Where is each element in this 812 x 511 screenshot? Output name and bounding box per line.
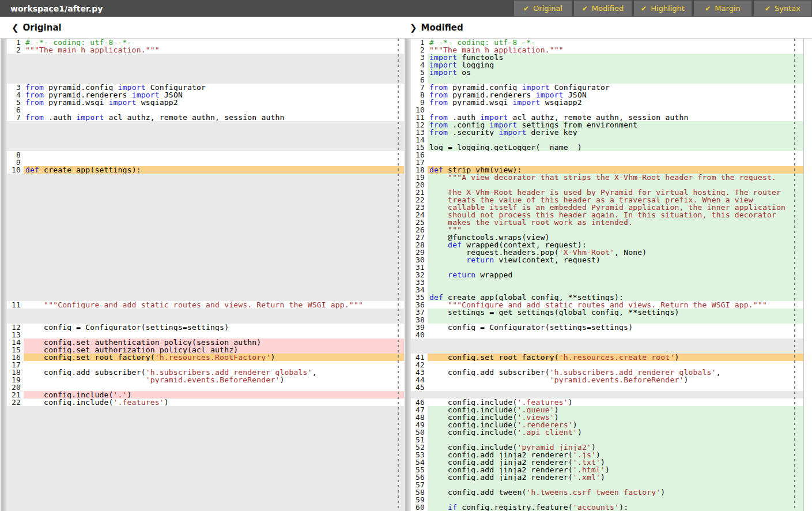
code-line[interactable]: 56 config.add_jinja2_renderer('.xml') <box>411 474 803 481</box>
code-line[interactable]: 43 config.add_subscriber('h.subscribers.… <box>411 369 803 376</box>
code-line[interactable]: 1# -*- coding: utf-8 -*- <box>7 39 404 46</box>
code-line[interactable]: 42 <box>411 361 803 369</box>
code-line[interactable]: 14 <box>411 136 803 144</box>
change-map-strip <box>0 39 7 511</box>
code-line[interactable]: 33 <box>411 279 803 286</box>
code-line[interactable]: 46 config.include('.features') <box>411 399 803 406</box>
toggle-syntax-button[interactable]: ✔Syntax <box>754 1 811 16</box>
code-line[interactable]: 4import logging <box>411 61 803 69</box>
code-line[interactable]: 11 """Configure and add static routes an… <box>7 301 404 309</box>
code-line[interactable]: 19 'pyramid.events.BeforeRender') <box>7 376 404 384</box>
alignment-gap <box>7 406 404 511</box>
code-line[interactable]: 1# -*- coding: utf-8 -*- <box>411 39 803 46</box>
toggle-margin-button[interactable]: ✔Margin <box>694 1 751 16</box>
code-line[interactable]: 37 settings = get_settings(global_config… <box>411 309 803 316</box>
code-line[interactable]: 9 <box>7 159 404 166</box>
code-line[interactable]: 27 @functools.wraps(view) <box>411 234 803 241</box>
code-line[interactable]: 55 config.add_jinja2_renderer('.html') <box>411 466 803 474</box>
code-line[interactable]: 50 config.include('.api_client') <box>411 429 803 436</box>
code-line[interactable]: 25 makes the virtual root work as intend… <box>411 219 803 226</box>
code-line[interactable]: 13 <box>7 331 404 339</box>
code-line[interactable]: 22 treats the value of this header as a … <box>411 196 803 204</box>
code-line[interactable]: 15 config.set_authorization_policy(acl_a… <box>7 346 404 354</box>
code-line[interactable]: 3import functools <box>411 54 803 61</box>
code-line[interactable]: 44 'pyramid.events.BeforeRender') <box>411 376 803 384</box>
code-line[interactable]: 10def create_app(settings): <box>7 166 404 174</box>
code-line[interactable]: 21 The X-Vhm-Root header is used by Pyra… <box>411 189 803 196</box>
check-icon: ✔ <box>705 5 711 13</box>
code-line[interactable]: 20 <box>7 384 404 391</box>
check-icon: ✔ <box>523 5 529 13</box>
code-line[interactable]: 2"""The main h application.""" <box>411 46 803 54</box>
code-line[interactable]: 3from pyramid.config import Configurator <box>7 84 404 91</box>
code-line[interactable]: 59 <box>411 496 803 504</box>
code-line[interactable]: 20 <box>411 181 803 189</box>
code-line[interactable]: 11from .auth import acl_authz, remote_au… <box>411 114 803 121</box>
code-line[interactable]: 19 """A view decorator that strips the X… <box>411 174 803 181</box>
code-line[interactable]: 54 config.add_jinja2_renderer('.txt') <box>411 459 803 466</box>
code-line[interactable]: 57 <box>411 481 803 489</box>
code-line[interactable]: 24 should not process this header again.… <box>411 211 803 219</box>
code-line[interactable]: 52 config.include('pyramid_jinja2') <box>411 444 803 451</box>
code-line[interactable]: 10 <box>411 106 803 114</box>
code-line[interactable]: 41 config.set_root_factory('h.resources.… <box>411 354 803 361</box>
code-line[interactable]: 17 <box>7 361 404 369</box>
code-line[interactable]: 30 return view(context, request) <box>411 256 803 264</box>
code-line[interactable]: 16 config.set_root_factory('h.resources.… <box>7 354 404 361</box>
code-line[interactable]: 16 <box>411 151 803 159</box>
code-line[interactable]: 23 callable itself is an embedded Pyrami… <box>411 204 803 211</box>
alignment-gap <box>411 339 803 354</box>
code-line[interactable]: 17 <box>411 159 803 166</box>
code-line[interactable]: 12from .config import settings_from_envi… <box>411 121 803 129</box>
code-line[interactable]: 28 def wrapped(context, request): <box>411 241 803 249</box>
code-line[interactable]: 21 config.include('.') <box>7 391 404 399</box>
toggle-original-button[interactable]: ✔Original <box>514 1 572 16</box>
code-line[interactable]: 6 <box>411 76 803 84</box>
code-line[interactable]: 40 <box>411 331 803 339</box>
code-line[interactable]: 14 config.set_authentication_policy(sess… <box>7 339 404 346</box>
code-line[interactable]: 13from .security import derive_key <box>411 129 803 136</box>
toggle-highlight-button[interactable]: ✔Highlight <box>634 1 692 16</box>
line-text: config.add_jinja2_renderer('.html') <box>428 466 803 474</box>
code-line[interactable]: 60 if config.registry.feature('accounts'… <box>411 504 803 511</box>
code-line[interactable]: 39 config = Configurator(settings=settin… <box>411 324 803 331</box>
code-rows: 1# -*- coding: utf-8 -*-2"""The main h a… <box>7 39 404 511</box>
code-line[interactable]: 9from pyramid.wsgi import wsgiapp2 <box>411 99 803 106</box>
code-line[interactable]: 5import os <box>411 69 803 76</box>
code-line[interactable]: 32 return wrapped <box>411 271 803 279</box>
code-line[interactable]: 22 config.include('.features') <box>7 399 404 406</box>
code-line[interactable]: 53 config.add_jinja2_renderer('.js') <box>411 451 803 459</box>
code-line[interactable]: 49 config.include('.renderers') <box>411 421 803 429</box>
line-text: return wrapped <box>428 271 803 279</box>
code-line[interactable]: 7from .auth import acl_authz, remote_aut… <box>7 114 404 121</box>
code-line[interactable]: 48 config.include('.views') <box>411 414 803 421</box>
code-line[interactable]: 36 """Configure and add static routes an… <box>411 301 803 309</box>
toggle-modified-button[interactable]: ✔Modified <box>574 1 632 16</box>
code-line[interactable]: 5from pyramid.wsgi import wsgiapp2 <box>7 99 404 106</box>
code-line[interactable]: 12 config = Configurator(settings=settin… <box>7 324 404 331</box>
code-line[interactable]: 26 """ <box>411 226 803 234</box>
line-text: from .auth import acl_authz, remote_auth… <box>428 114 803 121</box>
code-line[interactable]: 2"""The main h application.""" <box>7 46 404 54</box>
code-line[interactable]: 15log = logging.getLogger(__name__) <box>411 144 803 151</box>
button-label: Margin <box>715 4 740 13</box>
code-line[interactable]: 4from pyramid.renderers import JSON <box>7 91 404 99</box>
code-line[interactable]: 29 request.headers.pop('X-Vhm-Root', Non… <box>411 249 803 256</box>
code-line[interactable]: 7from pyramid.config import Configurator <box>411 84 803 91</box>
code-line[interactable]: 18def strip_vhm(view): <box>411 166 803 174</box>
code-line[interactable]: 8 <box>7 151 404 159</box>
line-text: config.add_subscriber('h.subscribers.add… <box>428 369 803 376</box>
code-line[interactable]: 58 config.add_tween('h.tweens.csrf_tween… <box>411 489 803 496</box>
code-line[interactable]: 38 <box>411 316 803 324</box>
code-line[interactable]: 51 <box>411 436 803 444</box>
code-line[interactable]: 6 <box>7 106 404 114</box>
line-text: return view(context, request) <box>428 256 803 264</box>
line-text: treats the value of this header as a tra… <box>428 196 803 204</box>
code-line[interactable]: 34 <box>411 286 803 294</box>
code-line[interactable]: 8from pyramid.renderers import JSON <box>411 91 803 99</box>
code-line[interactable]: 47 config.include('.queue') <box>411 406 803 414</box>
code-line[interactable]: 31 <box>411 264 803 271</box>
code-line[interactable]: 18 config.add_subscriber('h.subscribers.… <box>7 369 404 376</box>
code-line[interactable]: 45 <box>411 384 803 391</box>
code-line[interactable]: 35def create_app(global_config, **settin… <box>411 294 803 301</box>
